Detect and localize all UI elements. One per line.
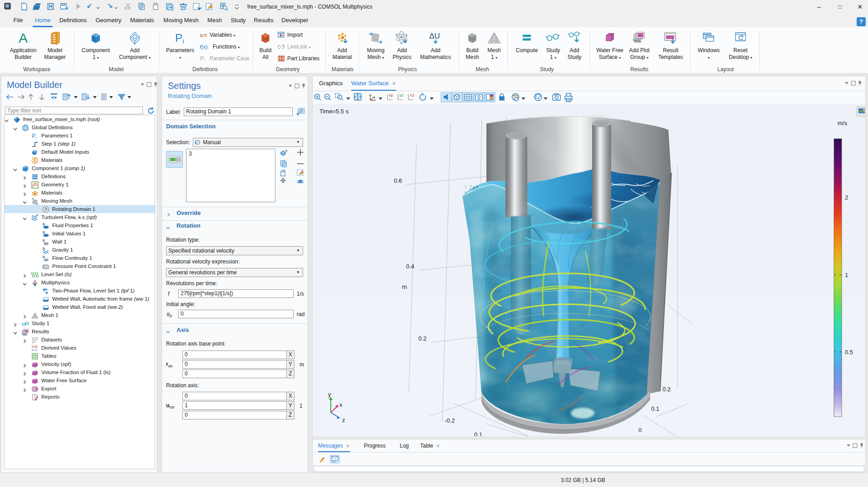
svg-text:m: m [402,283,407,290]
svg-text:D: D [43,223,45,226]
svg-text:y: y [328,391,331,398]
svg-text:e-12: e-12 [32,348,38,351]
svg-text:D: D [43,239,45,242]
svg-text:0.1: 0.1 [651,405,659,412]
svg-text:0.6: 0.6 [394,177,402,184]
svg-text:-0.2: -0.2 [445,417,455,424]
svg-text:1: 1 [845,272,848,278]
svg-text:i: i [36,136,37,140]
svg-text:i: i [182,37,184,45]
svg-text:2: 2 [845,194,848,201]
svg-text:P: P [175,32,182,44]
svg-text:i: i [204,58,205,62]
svg-text:yz: yz [399,93,404,97]
svg-text:0: 0 [638,427,642,433]
svg-text:D: D [43,231,45,234]
svg-text:A: A [19,31,28,45]
svg-text:0.2: 0.2 [418,335,427,342]
svg-text:x: x [339,401,343,408]
svg-text:P: P [200,55,204,62]
svg-text:D: D [43,255,45,258]
svg-text:0.2: 0.2 [662,386,671,393]
svg-text:Time=5.5 s: Time=5.5 s [319,108,349,115]
svg-text:xz: xz [410,93,415,98]
svg-text:xy: xy [389,93,393,97]
svg-text:f(x): f(x) [200,44,207,50]
svg-text:ΔU: ΔU [429,32,440,40]
svg-text:0.5: 0.5 [845,349,853,356]
svg-text:0.4: 0.4 [406,263,414,270]
svg-text:m/s: m/s [838,120,847,127]
svg-text:P: P [32,133,35,139]
svg-text:D: D [43,247,45,250]
svg-text:0.1: 0.1 [474,431,482,436]
svg-text:8.85: 8.85 [32,345,38,348]
svg-text:DC: DC [44,243,48,245]
svg-text:z: z [342,417,345,424]
svg-text:a: a [200,32,203,38]
svg-text:DO: DO [44,259,48,262]
